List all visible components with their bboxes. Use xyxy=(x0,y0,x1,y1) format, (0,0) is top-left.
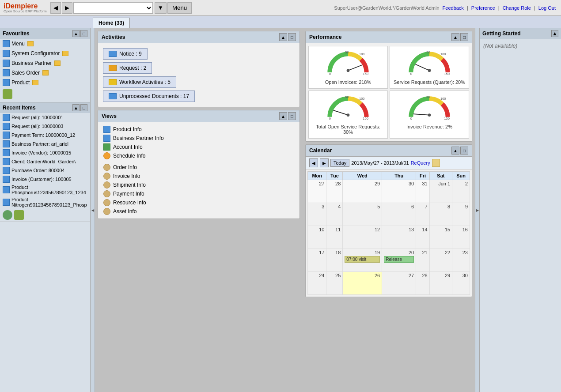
view-item-account-info[interactable]: Account Info xyxy=(102,143,296,151)
path-select[interactable] xyxy=(73,2,153,14)
cal-cell-3-3[interactable]: 20Release xyxy=(382,249,416,272)
feedback-link[interactable]: Feedback xyxy=(443,5,464,11)
workflow-button[interactable]: Workflow Activities : 5 xyxy=(103,76,176,88)
cal-cell-1-6[interactable]: 9 xyxy=(452,203,470,226)
cal-cell-3-4[interactable]: 21 xyxy=(416,249,429,272)
gauge-service-requests[interactable]: 0 50 100 150 Service Requests (Quarter):… xyxy=(390,46,469,89)
view-item-product-info[interactable]: Product Info xyxy=(102,125,296,134)
activities-maximize-button[interactable]: □ xyxy=(288,33,296,41)
cal-cell-3-6[interactable]: 23 xyxy=(452,249,470,272)
sidebar-item-system-configurator[interactable]: System Configurator xyxy=(0,49,90,58)
recent-item-7[interactable]: Invoice (Customer): 100005 xyxy=(0,175,90,184)
trash-icon[interactable] xyxy=(3,89,12,99)
recent-refresh-icon[interactable] xyxy=(3,210,12,220)
recent-items-collapse-button[interactable]: ▲ xyxy=(72,104,80,111)
cal-cell-2-2[interactable]: 12 xyxy=(343,226,382,249)
change-role-link[interactable]: Change Role xyxy=(503,5,531,11)
cal-cell-0-2[interactable]: 29 xyxy=(343,180,382,203)
cal-cell-1-2[interactable]: 5 xyxy=(343,203,382,226)
cal-cell-1-3[interactable]: 6 xyxy=(382,203,416,226)
cal-cell-4-0[interactable]: 24 xyxy=(308,272,326,295)
nav-back-button[interactable]: ◀ xyxy=(50,2,61,14)
right-collapse-handle[interactable]: ▶ xyxy=(475,28,479,392)
recent-item-8[interactable]: Product: Phosphorus1234567890123_1234 xyxy=(0,184,90,196)
view-item-invoice-info[interactable]: Invoice Info xyxy=(102,172,296,181)
sidebar-item-business-partner[interactable]: Business Partner xyxy=(0,58,90,68)
cal-cell-0-3[interactable]: 30 xyxy=(382,180,416,203)
favourites-collapse-button[interactable]: ▲ xyxy=(72,30,80,37)
calendar-maximize-button[interactable]: □ xyxy=(460,147,468,155)
getting-started-collapse-button[interactable]: ▲ xyxy=(551,30,558,37)
cal-cell-2-4[interactable]: 14 xyxy=(416,226,429,249)
cal-cell-0-6[interactable]: 2 xyxy=(452,180,470,203)
performance-collapse-button[interactable]: ▲ xyxy=(451,33,459,41)
views-maximize-button[interactable]: □ xyxy=(288,112,296,120)
view-item-resource-info[interactable]: Resource Info xyxy=(102,198,296,207)
recent-item-6[interactable]: Purchase Order: 800004 xyxy=(0,166,90,175)
view-item-schedule-info[interactable]: Schedule Info xyxy=(102,151,296,160)
view-item-business-partner-info[interactable]: Business Partner Info xyxy=(102,134,296,143)
calendar-next-button[interactable]: ▶ xyxy=(320,158,329,167)
log-out-link[interactable]: Log Out xyxy=(538,5,556,11)
recent-items-maximize-button[interactable]: □ xyxy=(80,104,87,111)
cal-cell-3-1[interactable]: 18 xyxy=(326,249,343,272)
unprocessed-button[interactable]: Unprocessed Documents : 17 xyxy=(103,90,195,102)
view-item-order-info[interactable]: Order Info xyxy=(102,163,296,172)
sidebar-item-sales-order[interactable]: Sales Order xyxy=(0,68,90,78)
sidebar-collapse-handle[interactable]: ◀ xyxy=(91,28,95,392)
menu-button[interactable]: Menu xyxy=(167,2,192,14)
gauge-total-service[interactable]: 0 50 100 150 Total Open Service Requests… xyxy=(308,90,388,139)
cal-cell-1-5[interactable]: 8 xyxy=(429,203,452,226)
sidebar-item-menu[interactable]: Menu xyxy=(0,39,90,49)
sidebar-item-product[interactable]: Product xyxy=(0,78,90,87)
calendar-collapse-button[interactable]: ▲ xyxy=(451,147,459,155)
recent-item-2[interactable]: Payment Term: 10000000_12 xyxy=(0,131,90,139)
cal-cell-4-6[interactable]: 30 xyxy=(452,272,470,295)
cal-cell-0-1[interactable]: 28 xyxy=(326,180,343,203)
cal-cell-2-1[interactable]: 11 xyxy=(326,226,343,249)
path-dropdown-button[interactable]: ▼ xyxy=(155,2,167,14)
recent-item-4[interactable]: Invoice (Vendor): 10000015 xyxy=(0,148,90,157)
cal-cell-3-2[interactable]: 1907:00 visit xyxy=(343,249,382,272)
recent-item-9[interactable]: Product: Nitrogen901234567890123_Phosp xyxy=(0,196,90,208)
home-tab[interactable]: Home (33) xyxy=(93,18,130,28)
recent-item-5[interactable]: Client: GardenWorld_Garden\ xyxy=(0,157,90,166)
recent-item-1[interactable]: Request (all): 10000003 xyxy=(0,122,90,131)
cal-cell-4-1[interactable]: 25 xyxy=(326,272,343,295)
cal-cell-4-3[interactable]: 27 xyxy=(382,272,416,295)
cal-cell-3-5[interactable]: 22 xyxy=(429,249,452,272)
cal-cell-4-4[interactable]: 28 xyxy=(416,272,429,295)
cal-cell-2-0[interactable]: 10 xyxy=(308,226,326,249)
view-item-asset-info[interactable]: Asset Info xyxy=(102,207,296,216)
view-item-shipment-info[interactable]: Shipment Info xyxy=(102,181,296,189)
recent-item-3[interactable]: Business Partner: ari_ariel xyxy=(0,139,90,148)
cal-cell-0-5[interactable]: Jun 1 xyxy=(429,180,452,203)
gauge-invoice-revenue[interactable]: 0 50 100 150 Invoice Revenue: 2% xyxy=(390,90,469,139)
calendar-today-button[interactable]: Today xyxy=(330,159,349,167)
view-item-payment-info[interactable]: Payment Info xyxy=(102,189,296,198)
notice-button[interactable]: Notice : 9 xyxy=(103,48,148,60)
cal-cell-0-0[interactable]: 27 xyxy=(308,180,326,203)
favourites-maximize-button[interactable]: □ xyxy=(80,30,87,37)
cal-cell-0-4[interactable]: 31 xyxy=(416,180,429,203)
recent-trash-icon[interactable] xyxy=(14,210,24,220)
cal-cell-4-2[interactable]: 26 xyxy=(343,272,382,295)
cal-event-visit[interactable]: 07:00 visit xyxy=(345,256,380,263)
cal-cell-4-5[interactable]: 29 xyxy=(429,272,452,295)
views-collapse-button[interactable]: ▲ xyxy=(279,112,287,120)
gauge-open-invoices[interactable]: 0 50 100 150 Open Invoices: 218% xyxy=(308,46,388,89)
recent-item-0[interactable]: Request (all): 10000001 xyxy=(0,113,90,122)
cal-cell-2-5[interactable]: 15 xyxy=(429,226,452,249)
cal-cell-2-3[interactable]: 13 xyxy=(382,226,416,249)
cal-cell-1-1[interactable]: 4 xyxy=(326,203,343,226)
performance-maximize-button[interactable]: □ xyxy=(460,33,468,41)
calendar-prev-button[interactable]: ◀ xyxy=(309,158,318,167)
nav-forward-button[interactable]: ▶ xyxy=(62,2,72,14)
cal-cell-1-4[interactable]: 7 xyxy=(416,203,429,226)
cal-cell-1-0[interactable]: 3 xyxy=(308,203,326,226)
activities-collapse-button[interactable]: ▲ xyxy=(279,33,287,41)
cal-event-release[interactable]: Release xyxy=(384,256,414,263)
calendar-requery-link[interactable]: ReQuery xyxy=(411,160,430,166)
preference-link[interactable]: Preference xyxy=(471,5,495,11)
request-button[interactable]: Request : 2 xyxy=(103,62,152,74)
